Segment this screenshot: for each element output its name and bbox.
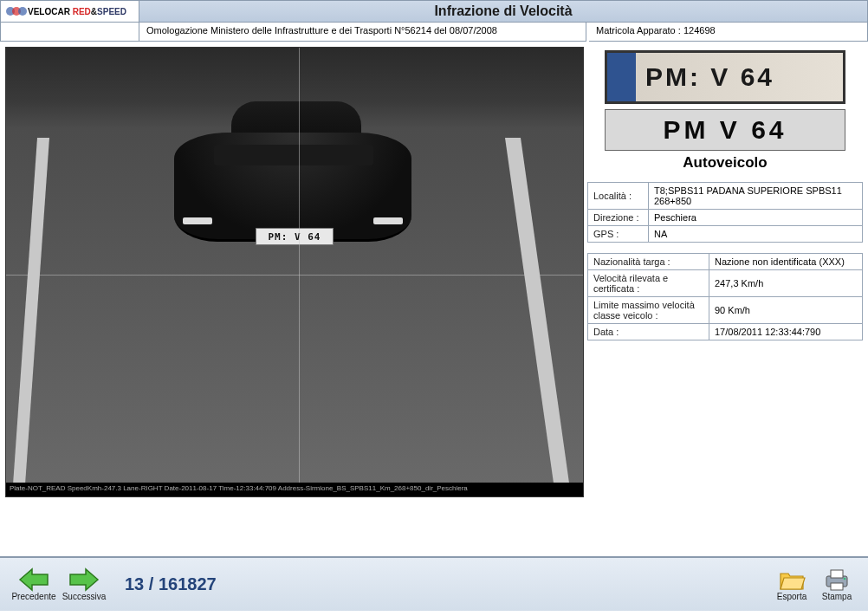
export-button[interactable]: Esporta [769,561,814,609]
speed-table: Nazionalità targa : Nazione non identifi… [587,253,863,340]
table-row: Nazionalità targa : Nazione non identifi… [588,254,863,270]
pager: 13 / 161827 [125,574,217,594]
next-label: Successiva [62,592,107,601]
matricola-value: 124698 [683,25,716,36]
page-current: 13 [125,574,144,593]
plate-ocr-text: PM V 64 [605,109,845,151]
svg-rect-4 [831,583,843,590]
data-label: Data : [588,324,709,340]
table-row: Direzione : Peschiera [588,210,863,226]
print-label: Stampa [822,592,852,601]
info-panel: PM: V 64 PM V 64 Autoveicolo Località : … [587,47,863,551]
vehicle-type: Autoveicolo [587,154,863,172]
matricola-label: Matricola Apparato : [596,25,681,36]
print-button[interactable]: Stampa [814,561,859,609]
direzione-label: Direzione : [588,210,649,226]
logo-text: VELOCAR [28,7,70,16]
printer-icon [823,567,851,592]
lane-line-left [12,138,49,496]
previous-label: Precedente [11,592,55,601]
vehicle-silhouette: PM: V 64 [167,101,418,257]
page-total: 161827 [159,574,217,593]
plate-crop-image: PM: V 64 [605,50,845,104]
svg-point-5 [844,578,846,580]
gps-label: GPS : [588,226,649,243]
localita-value: T8;SPBS11 PADANA SUPERIORE SPBS11 268+85… [649,183,863,210]
data-value: 17/08/2011 12:33:44:790 [709,324,863,340]
arrow-left-icon [18,567,49,592]
crosshair-horizontal [6,275,583,276]
main-area: PM: V 64 Plate-NOT_READ SpeedKmh-247.3 L… [0,42,868,556]
previous-button[interactable]: Precedente [9,561,59,609]
limite-value: 90 Km/h [709,297,863,324]
export-label: Esporta [777,592,806,601]
direzione-value: Peschiera [649,210,863,226]
road-scene: PM: V 64 [6,48,583,496]
logo: VELOCAR RED & SPEED [1,1,139,22]
logo-text-speed: SPEED [97,7,126,16]
logo-text-red: RED [73,7,91,16]
folder-icon [778,567,806,592]
table-row: Località : T8;SPBS11 PADANA SUPERIORE SP… [588,183,863,210]
velocita-value: 247,3 Km/h [709,270,863,297]
location-table: Località : T8;SPBS11 PADANA SUPERIORE SP… [587,182,863,243]
subheader-spacer [0,23,139,42]
subheader-row: Omologazione Ministero delle Infrastrutt… [0,23,868,42]
gps-value: NA [649,226,863,243]
velocita-label: Velocità rilevata e certificata : [588,270,709,297]
matricola-box: Matricola Apparato : 124698 [589,23,868,42]
lane-line-right [505,138,571,496]
next-button[interactable]: Successiva [59,561,109,609]
nazionalita-value: Nazione non identificata (XXX) [709,254,863,270]
footer-bar: Precedente Successiva 13 / 161827 Esport… [0,556,868,611]
table-row: Velocità rilevata e certificata : 247,3 … [588,270,863,297]
omologazione-box: Omologazione Ministero delle Infrastrutt… [139,23,586,42]
localita-label: Località : [588,183,649,210]
limite-label: Limite massimo velocità classe veicolo : [588,297,709,324]
svg-rect-3 [831,570,843,578]
plate-on-car: PM: V 64 [256,228,334,245]
table-row: Limite massimo velocità classe veicolo :… [588,297,863,324]
header-row: VELOCAR RED & SPEED Infrazione di Veloci… [0,0,868,23]
svg-marker-1 [70,569,98,590]
crosshair-vertical [299,48,300,496]
logo-text-amp: & [91,7,97,16]
nazionalita-label: Nazionalità targa : [588,254,709,270]
photo-caption: Plate-NOT_READ SpeedKmh-247.3 Lane-RIGHT… [6,483,583,496]
arrow-right-icon [68,567,100,592]
violation-photo[interactable]: PM: V 64 Plate-NOT_READ SpeedKmh-247.3 L… [5,47,584,497]
table-row: GPS : NA [588,226,863,243]
page-title: Infrazione di Velocità [139,1,867,22]
table-row: Data : 17/08/2011 12:33:44:790 [588,324,863,340]
logo-dots-icon [6,7,24,16]
svg-marker-0 [20,569,48,590]
